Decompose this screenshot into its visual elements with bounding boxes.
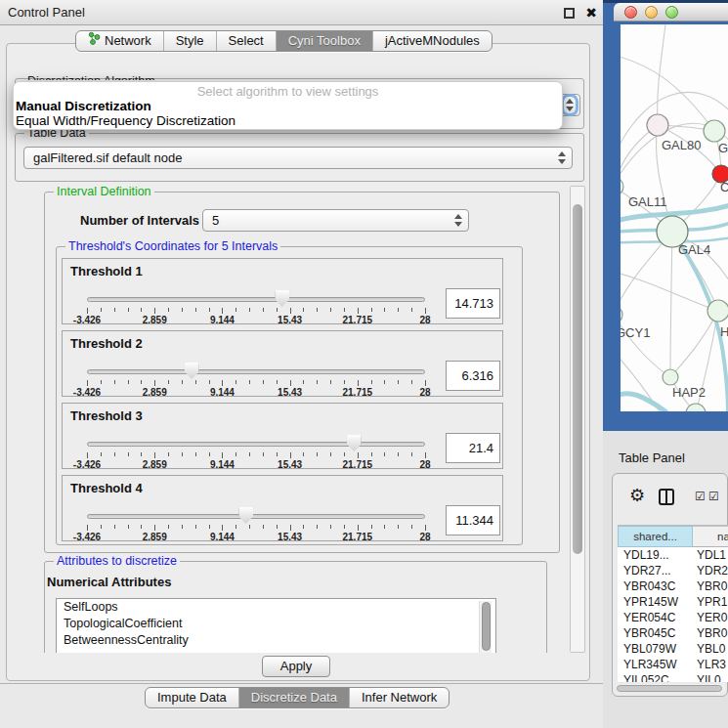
node-gcy1[interactable] bbox=[621, 306, 622, 323]
scrollbar-thumb[interactable] bbox=[617, 685, 722, 692]
algorithm-option-manual[interactable]: Manual Discretization bbox=[16, 99, 151, 113]
column-header-shared[interactable]: shared... bbox=[618, 526, 693, 547]
table-row[interactable]: YER054CYER0 bbox=[618, 610, 728, 625]
cell-name: YIL0 bbox=[697, 672, 728, 682]
node-label: GCY1 bbox=[621, 325, 650, 340]
slider-tick-labels: -3.4262.8599.14415.4321.71528 bbox=[87, 387, 425, 397]
node-top-right[interactable] bbox=[704, 120, 725, 142]
slider-track[interactable] bbox=[87, 442, 425, 447]
tab-style[interactable]: Style bbox=[164, 31, 217, 51]
bottom-divider bbox=[0, 683, 603, 684]
slider-tick-labels: -3.4262.8599.14415.4321.71528 bbox=[87, 532, 425, 541]
tab-cyni-toolbox[interactable]: Cyni Toolbox bbox=[277, 31, 373, 51]
tick-label: 15.43 bbox=[278, 315, 302, 325]
close-traffic-light-icon[interactable] bbox=[624, 6, 637, 19]
table-row[interactable]: YDL19...YDL1 bbox=[618, 547, 728, 563]
table-row[interactable]: YBR045CYBR0 bbox=[618, 625, 728, 641]
attribute-list-item[interactable]: BetweennessCentrality bbox=[57, 632, 495, 649]
tab-discretize-data[interactable]: Discretize Data bbox=[239, 688, 350, 707]
cell-shared-name: YLR345W bbox=[623, 657, 692, 672]
slider-track[interactable] bbox=[87, 369, 425, 374]
tick-label: 2.859 bbox=[143, 459, 167, 470]
slider-thumb[interactable] bbox=[275, 290, 289, 307]
minimize-traffic-light-icon[interactable] bbox=[645, 6, 658, 19]
combo-stepper-icon[interactable] bbox=[556, 150, 568, 166]
discretization-algorithm-group-title: Discretization Algorithm bbox=[24, 74, 158, 80]
threshold-2-value-field[interactable]: 6.316 bbox=[446, 361, 500, 391]
float-window-icon[interactable] bbox=[564, 8, 575, 19]
table-data-combobox[interactable]: galFiltered.sif default node bbox=[23, 147, 573, 169]
table-row[interactable]: YBR043CYBR0 bbox=[618, 578, 728, 594]
network-view-window: GAL80GACGAL11GAL4GCY1HHAP2 bbox=[603, 0, 728, 431]
threshold-4-slider[interactable]: -3.4262.8599.14415.4321.71528 bbox=[87, 476, 425, 542]
cell-shared-name: YBL079W bbox=[623, 641, 692, 657]
table-row[interactable]: YPR145WYPR1 bbox=[618, 594, 728, 610]
table-row[interactable]: YDR27...YDR2 bbox=[618, 563, 728, 578]
algorithm-option-equal-width[interactable]: Equal Width/Frequency Discretization bbox=[16, 113, 236, 128]
tab-network[interactable]: Network bbox=[76, 31, 164, 51]
table-header-row: shared... na bbox=[618, 526, 728, 547]
attribute-list-item[interactable]: SelfLoops bbox=[57, 599, 495, 616]
close-icon[interactable]: ✖ bbox=[585, 4, 597, 21]
node-attribute-table[interactable]: shared... na YDL19...YDL1YDR27...YDR2YBR… bbox=[618, 525, 728, 682]
checkbox-icon[interactable]: ☑ bbox=[695, 491, 706, 502]
number-of-intervals-combobox[interactable]: 5 bbox=[202, 209, 469, 232]
threshold-2-slider[interactable]: -3.4262.8599.14415.4321.71528 bbox=[87, 331, 425, 398]
checkbox-icon[interactable]: ☑ bbox=[708, 491, 719, 502]
node-right-mid[interactable] bbox=[707, 300, 728, 321]
cell-name: YDR2 bbox=[697, 563, 728, 578]
cell-name: YDL1 bbox=[697, 547, 728, 563]
slider-track[interactable] bbox=[87, 297, 425, 302]
node-gal80[interactable] bbox=[647, 114, 668, 136]
tick-label: -3.426 bbox=[73, 387, 101, 398]
tab-jactivemnodules[interactable]: jActiveMNodules bbox=[373, 31, 492, 51]
slider-track[interactable] bbox=[87, 514, 425, 519]
panel-vertical-scrollbar[interactable] bbox=[570, 186, 585, 653]
slider-tick-labels: -3.4262.8599.14415.4321.71528 bbox=[87, 459, 425, 469]
attribute-items: SelfLoopsTopologicalCoefficientBetweenne… bbox=[57, 599, 495, 649]
slider-thumb[interactable] bbox=[238, 507, 253, 524]
network-canvas[interactable]: GAL80GACGAL11GAL4GCY1HHAP2 bbox=[621, 24, 728, 411]
table-row[interactable]: YIL052CYIL0 bbox=[618, 672, 728, 682]
node-hap2[interactable] bbox=[663, 369, 678, 385]
tick-label: 15.43 bbox=[278, 387, 302, 398]
settings-gear-icon[interactable]: ⚙ bbox=[629, 487, 645, 504]
tick-label: 2.859 bbox=[143, 387, 167, 398]
tab-select[interactable]: Select bbox=[217, 31, 277, 51]
table-row[interactable]: YBL079WYBL0 bbox=[618, 641, 728, 657]
tick-label: -3.426 bbox=[73, 459, 101, 470]
cell-name: YER0 bbox=[697, 610, 728, 625]
numerical-attributes-list[interactable]: SelfLoopsTopologicalCoefficientBetweenne… bbox=[56, 598, 496, 653]
attributes-scrollbar[interactable] bbox=[479, 601, 492, 653]
threshold-1-value-field[interactable]: 14.713 bbox=[446, 288, 500, 319]
table-row[interactable]: YLR345WYLR3 bbox=[618, 657, 728, 672]
tab-impute-data[interactable]: Impute Data bbox=[146, 688, 239, 707]
column-layout-icon[interactable] bbox=[659, 489, 674, 505]
scrollbar-thumb[interactable] bbox=[482, 602, 491, 651]
top-tab-bar: Network Style Select Cyni Toolbox jActiv… bbox=[75, 30, 492, 52]
column-header-name[interactable]: na bbox=[693, 526, 728, 547]
table-horizontal-scrollbar[interactable] bbox=[616, 684, 726, 692]
apply-button[interactable]: Apply bbox=[262, 656, 330, 677]
combo-stepper-icon[interactable] bbox=[564, 97, 576, 113]
threshold-3-value-field[interactable]: 21.4 bbox=[446, 433, 500, 463]
threshold-4-value-field[interactable]: 11.344 bbox=[446, 505, 500, 535]
network-nodes bbox=[621, 114, 728, 411]
cell-shared-name: YDR27... bbox=[623, 563, 692, 578]
tick-label: -3.426 bbox=[73, 532, 101, 542]
slider-thumb[interactable] bbox=[347, 435, 362, 451]
slider-thumb[interactable] bbox=[185, 363, 199, 379]
zoom-traffic-light-icon[interactable] bbox=[665, 6, 678, 19]
scrollbar-thumb[interactable] bbox=[573, 204, 582, 554]
slider-ticks bbox=[87, 380, 425, 387]
node-label: GAL11 bbox=[628, 194, 667, 209]
threshold-3-slider[interactable]: -3.4262.8599.14415.4321.71528 bbox=[87, 404, 425, 470]
cell-name: YLR3 bbox=[697, 657, 728, 672]
attribute-list-item[interactable]: TopologicalCoefficient bbox=[57, 616, 495, 632]
threshold-1-slider[interactable]: -3.4262.8599.14415.4321.71528 bbox=[87, 259, 425, 325]
tick-label: 28 bbox=[419, 459, 430, 470]
tab-infer-network[interactable]: Infer Network bbox=[350, 688, 449, 707]
combo-stepper-icon[interactable] bbox=[452, 212, 464, 229]
application-root: Control Panel ✖ Network Style Select Cyn… bbox=[0, 0, 728, 728]
tick-label: 21.715 bbox=[343, 532, 373, 542]
